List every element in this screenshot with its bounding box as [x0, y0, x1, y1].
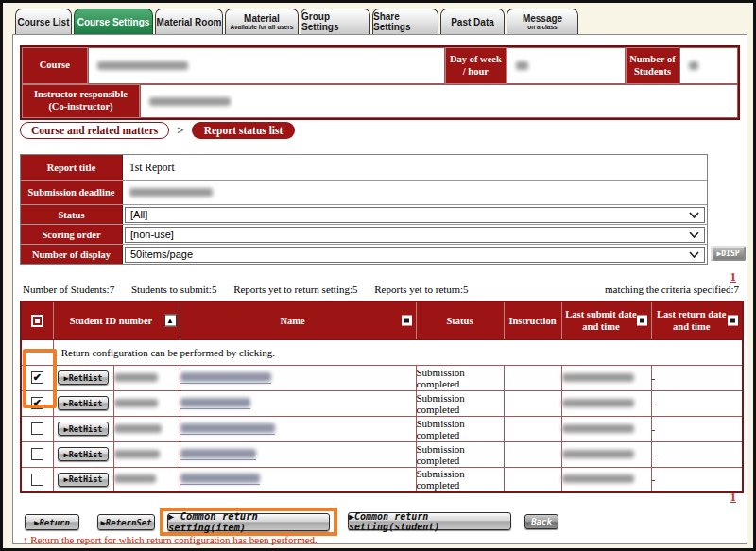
tab-share-settings[interactable]: Share Settings [372, 9, 438, 34]
row-checkbox[interactable]: ✔ [31, 371, 43, 384]
tab-group-settings[interactable]: Group Settings [301, 9, 370, 34]
table-header-row: Student ID number ▲ Name Status Instruct… [21, 301, 743, 339]
status-cell: Submission completed [416, 416, 504, 441]
last-submit-header[interactable]: Last submit date and time [561, 301, 651, 339]
tab-message[interactable]: Message on a class [507, 9, 578, 34]
scoring-order-select[interactable]: [non-use] [125, 227, 705, 243]
name-header[interactable]: Name [180, 301, 416, 339]
disp-button[interactable]: ▶DISP [711, 246, 746, 261]
filter-table: Report title 1st Report Submission deadl… [20, 154, 708, 265]
status-filter-label: Status [21, 205, 123, 224]
course-name-redacted [97, 61, 188, 70]
last-return-cell: - [651, 467, 743, 492]
rethist-button[interactable]: ▶RetHist [58, 447, 109, 461]
status-cell: Submission completed [416, 390, 504, 416]
number-of-display-select[interactable]: 50items/page [125, 247, 705, 263]
common-item-highlight-annotation: ▶ Common return setting(item) [160, 508, 337, 536]
instruction-cell [504, 441, 561, 467]
tab-course-settings[interactable]: Course Settings [74, 9, 153, 34]
reternset-button[interactable]: ▶ReternSet [97, 514, 155, 530]
tab-past-data[interactable]: Past Data [440, 9, 505, 34]
breadcrumb-arrow-icon: > [177, 123, 183, 138]
select-all-checkbox[interactable] [31, 315, 43, 327]
tab-course-list[interactable]: Course List [15, 9, 72, 34]
common-return-setting-item-button[interactable]: ▶ Common return setting(item) [167, 513, 330, 531]
app-window: Course List Course Settings Material Roo… [0, 0, 756, 551]
stat-matching-criteria: matching the criteria specified:7 [605, 284, 739, 295]
row-checkbox[interactable] [31, 448, 43, 460]
course-info-table: Course Day of week / hour Number of Stud… [20, 45, 740, 120]
last-return-cell: - [651, 416, 743, 441]
number-of-students-label: Number of Students [626, 47, 680, 84]
status-cell: Submission completed [416, 467, 504, 492]
student-name-link[interactable] [180, 423, 275, 435]
student-id-redacted [114, 450, 160, 458]
page-number-bottom[interactable]: 1 [730, 490, 737, 505]
rethist-button[interactable]: ▶RetHist [58, 473, 109, 487]
student-id-redacted [114, 424, 162, 433]
student-id-header[interactable]: Student ID number ▲ [53, 301, 180, 339]
row-checkbox[interactable] [31, 422, 43, 435]
last-return-header[interactable]: Last return date and time [651, 301, 743, 339]
report-title-label: Report title [21, 155, 123, 180]
table-row: ✔ ▶RetHist Submission completed - [21, 365, 743, 390]
footer-note: ↑ Return the report for which return con… [23, 534, 318, 545]
back-button[interactable]: Back [524, 514, 558, 529]
breadcrumb-course-related[interactable]: Course and related matters [20, 122, 169, 139]
page-number-top[interactable]: 1 [730, 269, 737, 284]
status-cell: Submission completed [416, 365, 504, 390]
student-id-redacted [114, 373, 158, 382]
number-of-students-value [679, 47, 738, 84]
deadline-redacted [129, 188, 213, 197]
last-submit-redacted [562, 474, 634, 483]
instruction-cell [504, 416, 561, 441]
scoring-order-label: Scoring order [21, 225, 123, 244]
sort-toggle-icon[interactable] [637, 316, 647, 326]
sort-asc-icon[interactable]: ▲ [164, 315, 177, 327]
last-submit-redacted [562, 450, 634, 458]
student-name-link[interactable] [180, 449, 256, 460]
chevron-down-icon [689, 212, 699, 218]
last-submit-redacted [562, 399, 634, 407]
number-of-display-label: Number of display [21, 245, 123, 264]
status-cell: Submission completed [416, 441, 504, 467]
content-panel: Course Day of week / hour Number of Stud… [12, 34, 747, 544]
sort-toggle-icon[interactable] [402, 316, 412, 326]
status-header: Status [416, 301, 504, 339]
last-return-cell: - [651, 365, 743, 390]
return-button[interactable]: ▶Return [25, 514, 79, 530]
stat-students-to-submit: Students to submit:5 [131, 284, 216, 295]
row-checkbox[interactable]: ✔ [31, 397, 43, 409]
breadcrumb: Course and related matters > Report stat… [20, 122, 295, 139]
table-note-row: ↓ Return configuration can be performed … [21, 339, 743, 365]
last-return-cell: - [651, 390, 743, 416]
day-of-week-label: Day of week / hour [445, 47, 507, 84]
breadcrumb-report-status-list[interactable]: Report status list [192, 122, 296, 139]
rethist-button[interactable]: ▶RetHist [58, 370, 109, 385]
row-checkbox[interactable] [31, 474, 43, 486]
instruction-cell [504, 365, 561, 390]
rethist-button[interactable]: ▶RetHist [58, 396, 109, 410]
instruction-header: Instruction [504, 301, 561, 339]
day-redacted [516, 61, 528, 70]
report-title-value: 1st Report [123, 155, 707, 180]
student-name-link[interactable] [180, 474, 260, 485]
instruction-cell [504, 467, 561, 492]
tab-material[interactable]: Material Available for all users [225, 9, 299, 34]
course-value [88, 47, 445, 84]
tab-material-room[interactable]: Material Room [155, 9, 223, 34]
student-id-redacted [114, 399, 158, 407]
report-status-table: Student ID number ▲ Name Status Instruct… [20, 301, 744, 493]
table-row: ▶RetHist Submission completed - [21, 467, 743, 492]
return-config-note: ↓ Return configuration can be performed … [53, 339, 743, 365]
common-return-setting-student-button[interactable]: ▶Common return setting(student) [348, 512, 511, 530]
sort-toggle-icon[interactable] [728, 316, 738, 326]
status-select[interactable]: [All] [125, 207, 705, 223]
chevron-down-icon [689, 251, 699, 258]
select-all-header [21, 301, 53, 339]
rethist-button[interactable]: ▶RetHist [58, 422, 109, 436]
stat-yet-return: Reports yet to return:5 [374, 284, 468, 295]
course-label: Course [22, 47, 88, 84]
student-name-link[interactable] [180, 398, 250, 409]
student-name-link[interactable] [180, 372, 271, 384]
